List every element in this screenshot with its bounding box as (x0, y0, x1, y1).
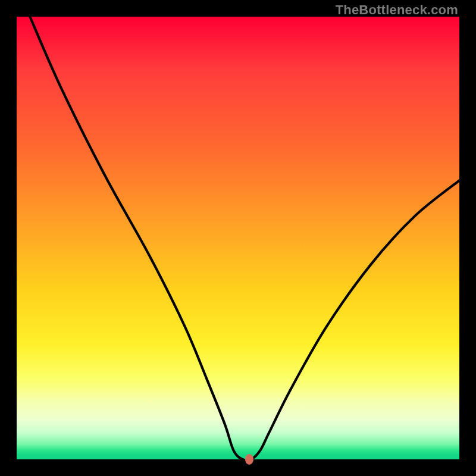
chart-frame: TheBottleneck.com (0, 0, 476, 476)
watermark-text: TheBottleneck.com (336, 2, 458, 18)
bottleneck-curve (17, 17, 459, 459)
optimum-marker (245, 454, 253, 465)
plot-area (17, 17, 459, 459)
